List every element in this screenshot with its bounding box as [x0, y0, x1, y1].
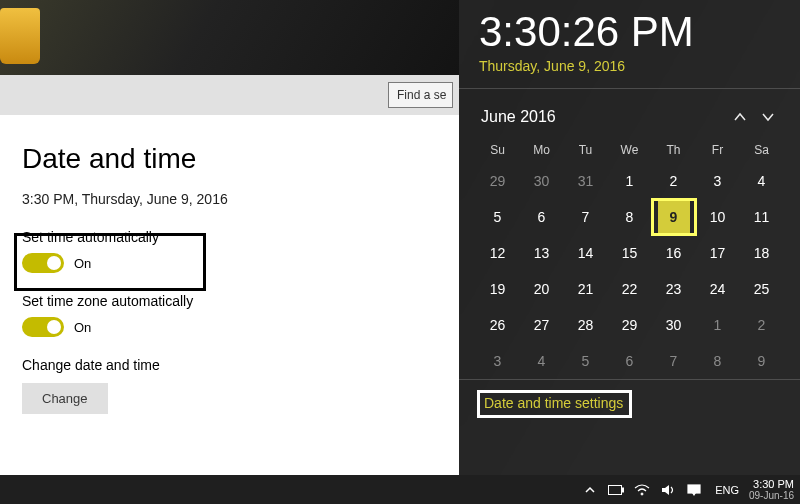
auto-tz-state: On: [74, 320, 91, 335]
calendar-day[interactable]: 16: [652, 235, 696, 271]
language-indicator[interactable]: ENG: [711, 484, 743, 496]
calendar-day[interactable]: 30: [652, 307, 696, 343]
tray-overflow-icon[interactable]: [581, 481, 599, 499]
calendar-day[interactable]: 6: [608, 343, 652, 379]
action-center-icon[interactable]: [685, 481, 703, 499]
prev-month-button[interactable]: [726, 103, 754, 131]
calendar-day-today[interactable]: 9: [652, 199, 696, 235]
auto-tz-label: Set time zone automatically: [22, 293, 459, 309]
calendar-day[interactable]: 4: [740, 163, 784, 199]
clock-calendar-flyout: 3:30:26 PM Thursday, June 9, 2016 June 2…: [459, 0, 800, 475]
auto-tz-block: Set time zone automatically On: [22, 293, 459, 337]
settings-panel: Date and time 3:30 PM, Thursday, June 9,…: [0, 115, 459, 475]
battery-icon[interactable]: [607, 481, 625, 499]
calendar-month-label[interactable]: June 2016: [481, 108, 726, 126]
calendar-day[interactable]: 20: [520, 271, 564, 307]
calendar-day[interactable]: 2: [652, 163, 696, 199]
calendar-day[interactable]: 15: [608, 235, 652, 271]
calendar-dow: Sa: [740, 137, 784, 163]
auto-time-block: Set time automatically On: [22, 229, 459, 273]
taskbar: ENG 3:30 PM 09-Jun-16: [0, 475, 800, 504]
system-tray: ENG: [581, 481, 743, 499]
calendar-day[interactable]: 26: [476, 307, 520, 343]
calendar-day[interactable]: 25: [740, 271, 784, 307]
calendar-day[interactable]: 2: [740, 307, 784, 343]
flyout-date[interactable]: Thursday, June 9, 2016: [479, 58, 780, 74]
calendar-day[interactable]: 19: [476, 271, 520, 307]
settings-search-input[interactable]: Find a se: [388, 82, 453, 108]
calendar-day[interactable]: 30: [520, 163, 564, 199]
calendar-day[interactable]: 5: [476, 199, 520, 235]
calendar-day[interactable]: 7: [652, 343, 696, 379]
calendar-day[interactable]: 3: [696, 163, 740, 199]
next-month-button[interactable]: [754, 103, 782, 131]
calendar-day[interactable]: 11: [740, 199, 784, 235]
calendar-day[interactable]: 31: [564, 163, 608, 199]
calendar-day[interactable]: 4: [520, 343, 564, 379]
auto-time-label: Set time automatically: [22, 229, 459, 245]
calendar-dow: Fr: [696, 137, 740, 163]
calendar-day[interactable]: 17: [696, 235, 740, 271]
calendar-day[interactable]: 9: [740, 343, 784, 379]
calendar-day[interactable]: 8: [696, 343, 740, 379]
calendar-dow: Th: [652, 137, 696, 163]
calendar-day[interactable]: 10: [696, 199, 740, 235]
search-placeholder: Find a se: [397, 88, 446, 102]
calendar-dow: We: [608, 137, 652, 163]
flyout-time: 3:30:26 PM: [479, 8, 780, 56]
calendar-day[interactable]: 3: [476, 343, 520, 379]
calendar-day[interactable]: 27: [520, 307, 564, 343]
calendar-day[interactable]: 29: [608, 307, 652, 343]
auto-time-toggle[interactable]: [22, 253, 64, 273]
calendar-grid: SuMoTuWeThFrSa29303112345678910111213141…: [459, 137, 800, 379]
calendar-day[interactable]: 6: [520, 199, 564, 235]
taskbar-clock[interactable]: 3:30 PM 09-Jun-16: [749, 478, 796, 502]
calendar-day[interactable]: 24: [696, 271, 740, 307]
svg-rect-3: [688, 485, 700, 493]
current-datetime: 3:30 PM, Thursday, June 9, 2016: [22, 191, 459, 207]
change-dt-block: Change date and time Change: [22, 357, 459, 414]
svg-rect-1: [622, 488, 624, 492]
change-dt-label: Change date and time: [22, 357, 459, 373]
calendar-day[interactable]: 14: [564, 235, 608, 271]
calendar-dow: Su: [476, 137, 520, 163]
calendar-day[interactable]: 23: [652, 271, 696, 307]
auto-tz-toggle[interactable]: [22, 317, 64, 337]
taskbar-time: 3:30 PM: [749, 478, 794, 490]
calendar-day[interactable]: 1: [696, 307, 740, 343]
calendar-day[interactable]: 7: [564, 199, 608, 235]
date-time-settings-link[interactable]: Date and time settings: [477, 390, 632, 418]
calendar-day[interactable]: 13: [520, 235, 564, 271]
volume-icon[interactable]: [659, 481, 677, 499]
change-button[interactable]: Change: [22, 383, 108, 414]
calendar-header: June 2016: [459, 89, 800, 137]
auto-time-state: On: [74, 256, 91, 271]
calendar-day[interactable]: 29: [476, 163, 520, 199]
calendar-day[interactable]: 18: [740, 235, 784, 271]
wifi-icon[interactable]: [633, 481, 651, 499]
svg-rect-0: [609, 485, 622, 494]
settings-header-bar: Find a se: [0, 75, 459, 115]
calendar-dow: Tu: [564, 137, 608, 163]
page-title: Date and time: [22, 143, 459, 175]
taskbar-date: 09-Jun-16: [749, 490, 794, 502]
calendar-day[interactable]: 5: [564, 343, 608, 379]
desktop-photo-glass: [0, 8, 40, 64]
calendar-day[interactable]: 8: [608, 199, 652, 235]
calendar-day[interactable]: 1: [608, 163, 652, 199]
calendar-day[interactable]: 22: [608, 271, 652, 307]
calendar-day[interactable]: 28: [564, 307, 608, 343]
calendar-day[interactable]: 12: [476, 235, 520, 271]
calendar-dow: Mo: [520, 137, 564, 163]
calendar-day[interactable]: 21: [564, 271, 608, 307]
svg-point-2: [641, 493, 643, 495]
